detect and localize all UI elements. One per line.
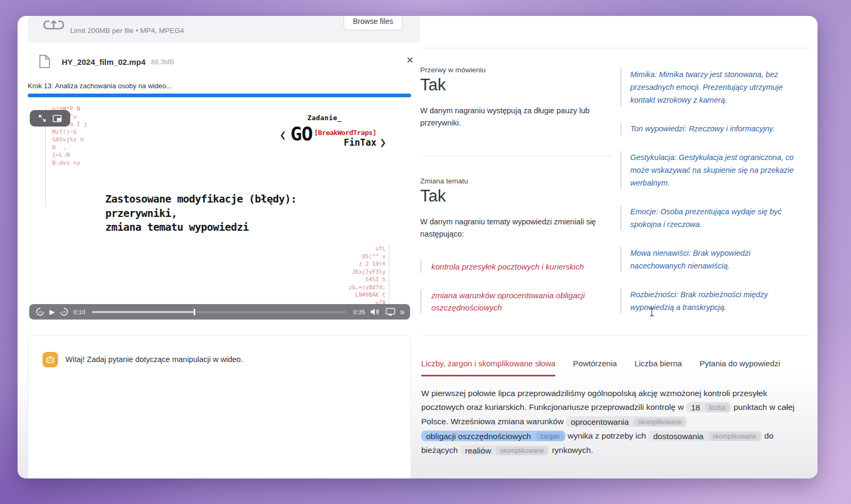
highlight-tag: liczba — [705, 404, 730, 412]
svg-text:15: 15 — [38, 310, 42, 314]
upload-limit-text: Limit 200MB per file • MP4, MPEG4 — [70, 27, 184, 35]
glitch-line: SASvj%z h — [52, 136, 87, 144]
highlight-pill: oprocentowaniaskomplikowane — [566, 416, 688, 427]
highlight-word: obligacji oszczędnościowych — [426, 431, 531, 440]
transcript-text: W pierwszej połowie lipca przeprowadzili… — [421, 387, 808, 458]
glitch-line: MzT!)~S — [52, 129, 87, 137]
metric-topic-change: Zmiana tematu Tak W danym nagraniu temat… — [420, 177, 620, 330]
logo-left-angle: ‹ — [279, 124, 288, 145]
app-window: Limit 200MB per file • MP4, MPEG4 Browse… — [18, 16, 817, 478]
seek-bar[interactable] — [92, 311, 346, 313]
analysis-tabs: Liczby, żargon i skomplikowane słowaPowt… — [421, 359, 780, 376]
chat-panel: Witaj! Zadaj pytanie dotyczące manipulac… — [28, 335, 411, 478]
cast-icon[interactable] — [386, 308, 395, 316]
file-uploader-dropzone[interactable]: Limit 200MB per file • MP4, MPEG4 Browse… — [28, 16, 420, 43]
highlight-pill: dostosowaniaskomplikowane — [648, 431, 762, 441]
divider — [423, 156, 613, 156]
divider — [423, 335, 810, 335]
assistant-robot-avatar — [43, 352, 58, 367]
behavior-note: Mimika: Mimika twarzy jest stonowana, be… — [620, 68, 806, 106]
replay-15-button[interactable]: 15 — [36, 307, 45, 316]
progress-bar-fill — [28, 94, 411, 97]
highlight-word: dostosowania — [653, 431, 704, 440]
glitch-line: JKx|7yF3ly — [324, 268, 386, 276]
video-overlay-controls — [30, 110, 70, 127]
more-controls-icon[interactable]: » — [400, 307, 404, 316]
logo-go-text: GO — [290, 124, 312, 144]
logo-breakwordtraps-text: [BreakWordTraps] — [314, 129, 376, 137]
logo-fintax-text: FinTax — [344, 137, 376, 148]
metric-value: Tak — [420, 187, 620, 206]
highlight-tag: skomplikowane — [708, 432, 761, 441]
behavior-note: Emocje: Osoba prezentująca wydaje się by… — [620, 205, 806, 231]
breakwordtraps-logo: Zadanie_ ‹ GO [BreakWordTraps] FinTax › — [277, 114, 404, 153]
remove-file-icon[interactable]: ✕ — [406, 56, 414, 65]
svg-text:15: 15 — [62, 310, 66, 314]
metric-label: Przerwy w mówieniu — [420, 66, 620, 74]
caption-line: przerywniki, — [105, 207, 297, 221]
highlight-word: realiów — [465, 446, 491, 455]
highlight-tag: skomplikowane — [633, 418, 686, 426]
play-button[interactable]: ▶ — [49, 308, 55, 315]
fullscreen-icon[interactable] — [38, 114, 46, 122]
video-player[interactable]: pihW*P N G ^uSYUIfa I jMzT!)~SSASvj%z hD… — [28, 103, 421, 325]
highlight-pill: realiówskomplikowane — [460, 445, 549, 456]
glitch-line: 85;^^ x — [324, 253, 386, 261]
highlight-pill: 18liczba — [686, 402, 731, 413]
metric-label: Zmiana tematu — [420, 177, 620, 185]
forward-15-button[interactable]: 15 — [60, 307, 69, 316]
caption-line: Zastosowane modyfikacje (błędy): — [105, 192, 297, 207]
glitch-line: z 2 10)h — [324, 260, 386, 268]
glitch-line: z&,=)yBd7d; — [324, 283, 386, 291]
tab-3[interactable]: Liczba bierna — [635, 359, 682, 376]
glitch-line: LN#0BAK C — [324, 291, 386, 299]
highlight-word: 18 — [691, 402, 700, 411]
assistant-welcome-message: Witaj! Zadaj pytanie dotyczące manipulac… — [65, 355, 243, 364]
divider — [423, 48, 810, 48]
video-glitch-text-right: ufL85;^^ xz 2 10)hJKx|7yF3lyS4SI hz&,=)y… — [324, 245, 389, 306]
file-name: HY_2024_film_02.mp4 — [62, 57, 146, 66]
glitch-line: B:dvs ny — [52, 159, 87, 167]
file-document-icon — [39, 54, 51, 69]
highlight-word: oprocentowania — [571, 417, 629, 426]
metric-value: Tak — [420, 75, 620, 95]
caption-line: zmiana tematu wypowiedzi — [105, 221, 297, 235]
uploaded-file-row: HY_2024_film_02.mp4 88.3MB ✕ — [28, 53, 420, 71]
glitch-line: S4SI h — [324, 275, 386, 283]
tab-4[interactable]: Pytania do wypowiedzi — [699, 359, 780, 376]
topic-quote: zmiana warunków oprocentowania obligacji… — [420, 289, 585, 314]
tab-1[interactable]: Liczby, żargon i skomplikowane słowa — [421, 359, 555, 376]
picture-in-picture-icon[interactable] — [53, 115, 62, 122]
seek-playhead[interactable] — [194, 309, 195, 315]
video-controls-bar: 15 ▶ 15 0:10 0:35 — [29, 304, 410, 320]
tab-2[interactable]: Powtórzenia — [573, 359, 617, 376]
metric-description: W danym nagraniu tematy wypowiedzi zmien… — [420, 216, 617, 240]
highlight-tag: skomplikowane — [496, 447, 548, 455]
progress-step-label: Krok 13: Analiza zachowania osoby na wid… — [28, 82, 172, 90]
glitch-line: D , — [52, 144, 87, 152]
logo-zadanie-text: Zadanie_ — [307, 114, 404, 122]
volume-icon[interactable] — [370, 308, 381, 316]
upload-cloud-icon — [43, 19, 65, 33]
progress-bar — [28, 94, 411, 97]
behavior-note: Mowa nienawiści: Brak wypowiedzi nacecho… — [620, 247, 806, 272]
behavior-notes-column: Mimika: Mimika twarzy jest stonowana, be… — [620, 68, 810, 330]
behavior-note: Ton wypowiedzi: Rzeczowy i informacyjny. — [620, 122, 806, 135]
current-time: 0:10 — [73, 309, 85, 315]
duration-time: 0:35 — [353, 309, 365, 315]
browse-files-button[interactable]: Browse files — [344, 16, 403, 30]
metric-description: W danym nagraniu występują za długie pau… — [420, 105, 596, 129]
analysis-pane: Przerwy w mówieniu Tak W danym nagraniu … — [419, 16, 810, 478]
mouse-text-cursor — [649, 307, 655, 317]
glitch-line: ufL — [324, 245, 386, 253]
behavior-note: Gestykulacja: Gestykulacja jest ogranicz… — [620, 151, 806, 189]
file-size: 88.3MB — [151, 58, 174, 66]
metric-pauses: Przerwy w mówieniu Tak W danym nagraniu … — [420, 66, 620, 129]
highlight-tag: żargon — [536, 432, 564, 441]
behavior-note: Rozbieżności: Brak rozbieżności między w… — [620, 288, 806, 314]
logo-right-angle: › — [378, 131, 387, 153]
glitch-line: {<L.N — [52, 152, 87, 159]
video-caption-text: Zastosowane modyfikacje (błędy):przerywn… — [105, 192, 297, 235]
highlight-pill: obligacji oszczędnościowychżargon — [421, 431, 565, 441]
topic-quote: kontrola przesyłek pocztowych i kuriersk… — [420, 261, 585, 273]
